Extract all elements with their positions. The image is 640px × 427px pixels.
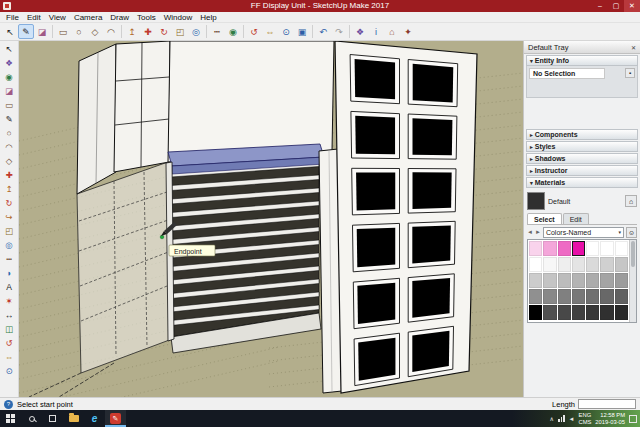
colors-collection-dropdown[interactable]: Colors-Named ▾ bbox=[543, 227, 624, 238]
color-swatch[interactable] bbox=[615, 257, 628, 272]
tab-select[interactable]: Select bbox=[527, 213, 562, 224]
undo-icon[interactable]: ↶ bbox=[315, 24, 331, 39]
paint-bucket-tool-icon[interactable]: ◉ bbox=[225, 24, 241, 39]
rectangle-tool-icon[interactable]: ▭ bbox=[55, 24, 71, 39]
minimize-button[interactable]: – bbox=[592, 0, 608, 12]
color-swatch[interactable] bbox=[600, 305, 613, 320]
clock[interactable]: 12:58 PM 2019-03-05 bbox=[595, 412, 625, 425]
offset-tool-icon[interactable]: ◎ bbox=[188, 24, 204, 39]
polygon-tool-icon[interactable]: ◇ bbox=[87, 24, 103, 39]
pan-tool-icon[interactable]: ⇔ bbox=[262, 24, 278, 39]
make-component-icon[interactable]: ❖ bbox=[352, 24, 368, 39]
file-explorer-button[interactable] bbox=[63, 410, 84, 427]
redo-icon[interactable]: ↷ bbox=[331, 24, 347, 39]
orbit-tool-icon[interactable]: ↺ bbox=[2, 336, 17, 350]
color-swatch[interactable] bbox=[586, 257, 599, 272]
axes-tool-icon[interactable]: ✶ bbox=[2, 294, 17, 308]
tray-section-entity-info[interactable]: ▾ Entity Info bbox=[526, 55, 638, 66]
menu-camera[interactable]: Camera bbox=[70, 12, 106, 23]
color-swatch[interactable] bbox=[543, 257, 556, 272]
color-swatch[interactable] bbox=[558, 257, 571, 272]
tape-measure-tool-icon[interactable]: ┅ bbox=[2, 252, 17, 266]
volume-icon[interactable]: ◄ bbox=[569, 416, 575, 422]
section-plane-tool-icon[interactable]: ◫ bbox=[2, 322, 17, 336]
line-tool-icon[interactable]: ✎ bbox=[2, 112, 17, 126]
color-swatch[interactable] bbox=[600, 257, 613, 272]
zoom-tool-icon[interactable]: ⊙ bbox=[278, 24, 294, 39]
notifications-icon[interactable] bbox=[629, 415, 637, 423]
color-swatch[interactable] bbox=[572, 273, 585, 288]
menu-edit[interactable]: Edit bbox=[23, 12, 45, 23]
model-info-icon[interactable]: i bbox=[368, 24, 384, 39]
pan-tool-icon[interactable]: ⇔ bbox=[2, 350, 17, 364]
forward-icon[interactable]: ► bbox=[535, 229, 541, 235]
polygon-tool-icon[interactable]: ◇ bbox=[2, 154, 17, 168]
scrollbar-thumb[interactable] bbox=[631, 241, 635, 267]
sketchup-taskbar-button[interactable]: ✎ bbox=[105, 410, 126, 427]
color-swatch[interactable] bbox=[529, 273, 542, 288]
color-swatch[interactable] bbox=[572, 289, 585, 304]
tray-section-styles[interactable]: ▸ Styles bbox=[526, 141, 638, 152]
color-swatch[interactable] bbox=[615, 289, 628, 304]
maximize-button[interactable]: ▢ bbox=[608, 0, 624, 12]
color-swatch[interactable] bbox=[558, 273, 571, 288]
color-swatch[interactable] bbox=[529, 257, 542, 272]
color-swatch[interactable] bbox=[600, 241, 613, 256]
select-tool-icon[interactable]: ↖ bbox=[2, 42, 17, 56]
color-swatch[interactable] bbox=[586, 241, 599, 256]
menu-view[interactable]: View bbox=[45, 12, 70, 23]
task-view-button[interactable] bbox=[42, 410, 63, 427]
color-swatch[interactable] bbox=[600, 273, 613, 288]
menu-file[interactable]: File bbox=[2, 12, 23, 23]
tray-section-components[interactable]: ▸ Components bbox=[526, 129, 638, 140]
scale-tool-icon[interactable]: ◰ bbox=[172, 24, 188, 39]
move-tool-icon[interactable]: ✚ bbox=[2, 168, 17, 182]
color-swatch[interactable] bbox=[543, 241, 556, 256]
panel-door[interactable] bbox=[335, 41, 477, 393]
viewport-canvas[interactable]: Endpoint bbox=[19, 41, 523, 397]
color-swatch[interactable] bbox=[558, 305, 571, 320]
tray-section-materials[interactable]: ▾ Materials bbox=[526, 177, 638, 188]
color-swatch[interactable] bbox=[543, 273, 556, 288]
rotate-tool-icon[interactable]: ↻ bbox=[2, 196, 17, 210]
color-swatch[interactable] bbox=[572, 257, 585, 272]
color-swatch[interactable] bbox=[543, 289, 556, 304]
in-model-icon[interactable]: ⌂ bbox=[625, 195, 637, 207]
offset-tool-icon[interactable]: ◎ bbox=[2, 238, 17, 252]
sample-paint-icon[interactable]: ⊙ bbox=[626, 227, 637, 238]
language-indicator[interactable]: ENG CMS bbox=[578, 412, 591, 425]
network-icon[interactable] bbox=[558, 415, 565, 422]
line-tool-icon[interactable]: ✎ bbox=[18, 24, 34, 39]
arc-tool-icon[interactable]: ◠ bbox=[103, 24, 119, 39]
edge-button[interactable]: e bbox=[84, 410, 105, 427]
menu-draw[interactable]: Draw bbox=[106, 12, 133, 23]
circle-tool-icon[interactable]: ○ bbox=[71, 24, 87, 39]
color-swatch[interactable] bbox=[529, 305, 542, 320]
color-swatch[interactable] bbox=[586, 273, 599, 288]
follow-me-tool-icon[interactable]: ↪ bbox=[2, 210, 17, 224]
protractor-tool-icon[interactable]: ◗ bbox=[2, 266, 17, 280]
tape-measure-tool-icon[interactable]: ┅ bbox=[209, 24, 225, 39]
color-swatch-selected[interactable] bbox=[572, 241, 585, 256]
menu-tools[interactable]: Tools bbox=[133, 12, 160, 23]
color-swatch[interactable] bbox=[600, 289, 613, 304]
select-tool-icon[interactable]: ↖ bbox=[2, 24, 18, 39]
entity-info-menu-icon[interactable]: ▪ bbox=[625, 68, 635, 78]
help-icon[interactable]: ? bbox=[4, 400, 13, 409]
modeling-viewport[interactable]: Endpoint bbox=[19, 41, 523, 397]
dimension-tool-icon[interactable]: ↔ bbox=[2, 308, 17, 322]
color-swatch[interactable] bbox=[615, 273, 628, 288]
scale-tool-icon[interactable]: ◰ bbox=[2, 224, 17, 238]
color-swatch[interactable] bbox=[586, 305, 599, 320]
color-swatch[interactable] bbox=[586, 289, 599, 304]
color-swatch[interactable] bbox=[543, 305, 556, 320]
color-swatch[interactable] bbox=[572, 305, 585, 320]
zoom-extents-icon[interactable]: ▣ bbox=[294, 24, 310, 39]
scrollbar[interactable] bbox=[629, 240, 636, 322]
rotate-tool-icon[interactable]: ↻ bbox=[156, 24, 172, 39]
make-component-icon[interactable]: ❖ bbox=[2, 56, 17, 70]
tray-expand-icon[interactable]: ∧ bbox=[550, 415, 554, 422]
rectangle-tool-icon[interactable]: ▭ bbox=[2, 98, 17, 112]
zoom-tool-icon[interactable]: ⊙ bbox=[2, 364, 17, 378]
tray-section-instructor[interactable]: ▸ Instructor bbox=[526, 165, 638, 176]
